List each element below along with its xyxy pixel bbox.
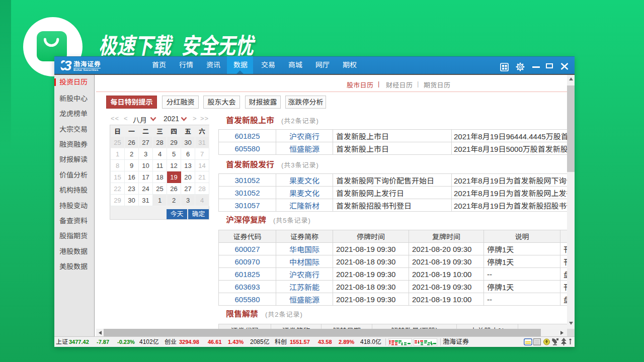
svg-text:3: 3 [64,60,72,71]
